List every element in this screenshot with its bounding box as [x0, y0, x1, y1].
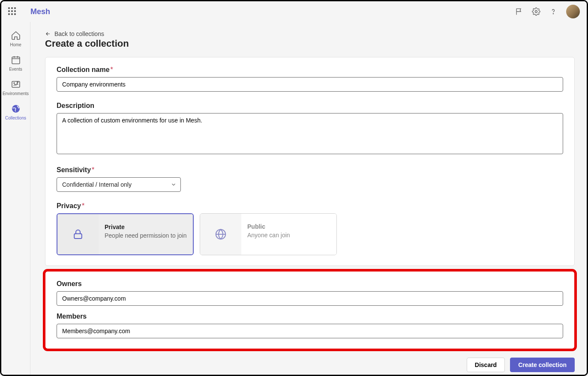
sensitivity-select[interactable]: Confidential / Internal only [57, 177, 181, 192]
help-icon[interactable] [549, 7, 558, 16]
main-content: Back to collections Create a collection … [30, 22, 587, 375]
rail-home-label: Home [10, 42, 21, 47]
svg-point-0 [535, 11, 537, 13]
home-icon [11, 30, 21, 41]
privacy-private-sub: People need permission to join [105, 232, 187, 239]
owners-input[interactable] [57, 291, 563, 306]
create-collection-button[interactable]: Create collection [510, 358, 575, 372]
privacy-label: Privacy* [57, 202, 563, 210]
left-rail: Home Events Environments Collections [1, 22, 30, 375]
privacy-option-public[interactable]: Public Anyone can join [200, 213, 337, 255]
privacy-public-sub: Anyone can join [247, 232, 330, 239]
footer-actions: Discard Create collection [45, 354, 575, 372]
lock-icon [72, 228, 84, 241]
svg-rect-6 [74, 234, 82, 239]
description-input[interactable] [57, 113, 563, 154]
card-members: Owners Members [45, 271, 575, 349]
privacy-public-title: Public [247, 223, 330, 230]
flag-icon[interactable] [515, 7, 523, 16]
card-main: Collection name* Description Sensitivity… [45, 57, 575, 266]
svg-point-1 [553, 13, 553, 14]
globe-icon [11, 104, 21, 114]
desc-label: Description [57, 102, 563, 110]
privacy-private-title: Private [105, 224, 187, 230]
image-icon [11, 79, 21, 90]
rail-events-label: Events [9, 67, 22, 72]
svg-point-4 [14, 83, 15, 84]
owners-label: Owners [57, 280, 563, 288]
rail-collections[interactable]: Collections [3, 100, 29, 123]
rail-env-label: Environments [3, 91, 29, 96]
sensitivity-label: Sensitivity* [57, 166, 563, 174]
members-label: Members [57, 313, 563, 320]
page-title: Create a collection [45, 38, 575, 49]
back-link[interactable]: Back to collections [45, 30, 575, 37]
name-label: Collection name* [57, 66, 563, 74]
back-link-label: Back to collections [54, 30, 104, 37]
svg-rect-2 [12, 57, 20, 64]
discard-button[interactable]: Discard [467, 358, 505, 372]
rail-collections-label: Collections [5, 116, 26, 120]
arrow-left-icon [45, 31, 51, 37]
brand-title: Mesh [30, 7, 50, 16]
app-launcher-icon[interactable] [8, 7, 17, 16]
collection-name-input[interactable] [57, 77, 563, 92]
rail-environments[interactable]: Environments [3, 76, 29, 98]
rail-events[interactable]: Events [3, 51, 29, 74]
rail-home[interactable]: Home [3, 27, 29, 50]
top-bar: Mesh [1, 1, 587, 22]
privacy-option-private[interactable]: Private People need permission to join [57, 213, 194, 255]
calendar-icon [11, 55, 21, 65]
globe-outline-icon [214, 228, 227, 241]
gear-icon[interactable] [532, 7, 540, 16]
members-input[interactable] [57, 324, 563, 338]
avatar[interactable] [566, 5, 580, 18]
